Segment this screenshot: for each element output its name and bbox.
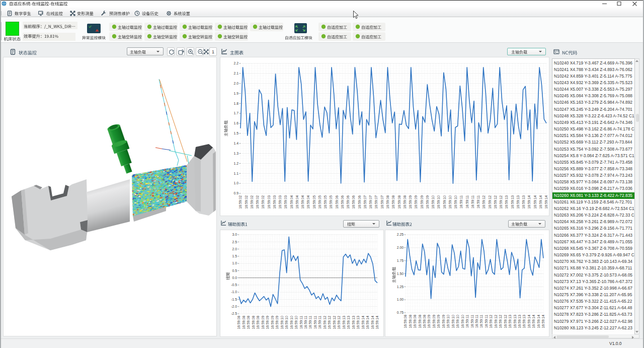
svg-text:-2.0: -2.0	[231, 305, 237, 308]
svg-text:16:59:06: 16:59:06	[335, 195, 339, 209]
svg-text:1.5: 1.5	[234, 131, 239, 135]
svg-text:16:59:13: 16:59:13	[511, 195, 514, 209]
svg-text:16:59:10: 16:59:10	[290, 316, 293, 329]
svg-text:16:59:06: 16:59:06	[341, 195, 344, 209]
svg-text:16:59:10: 16:59:10	[443, 195, 446, 209]
svg-text:16:59:10: 16:59:10	[280, 316, 284, 329]
svg-text:16:59:08: 16:59:08	[413, 315, 417, 328]
svg-text:1.6: 1.6	[234, 121, 239, 125]
svg-text:16:59:11: 16:59:11	[304, 316, 307, 329]
svg-text:16:59:11: 16:59:11	[308, 316, 312, 329]
svg-text:2.2: 2.2	[234, 61, 239, 65]
svg-text:16:59:04: 16:59:04	[290, 195, 293, 209]
svg-text:16:59:09: 16:59:09	[271, 316, 274, 329]
svg-text:16:59:08: 16:59:08	[423, 315, 426, 328]
svg-text:16:59:09: 16:59:09	[409, 195, 412, 209]
svg-text:16:59:12: 16:59:12	[504, 315, 507, 328]
svg-text:16:59:12: 16:59:12	[323, 316, 327, 329]
svg-text:16:59:09: 16:59:09	[432, 315, 436, 328]
svg-text:0.5: 0.5	[232, 269, 237, 272]
svg-text:-0.5: -0.5	[231, 283, 237, 287]
svg-text:16:59:02: 16:59:02	[245, 195, 248, 209]
svg-text:16:59:13: 16:59:13	[508, 315, 512, 328]
svg-text:16:59:11: 16:59:11	[313, 316, 317, 329]
svg-text:16:59:04: 16:59:04	[295, 195, 299, 209]
svg-text:16:59:11: 16:59:11	[299, 316, 303, 329]
svg-text:1.50: 1.50	[397, 272, 404, 275]
svg-text:16:59:10: 16:59:10	[285, 316, 288, 329]
svg-text:16:59:10: 16:59:10	[294, 316, 298, 329]
svg-text:16:59:03: 16:59:03	[273, 195, 276, 209]
svg-text:16:59:11: 16:59:11	[470, 315, 474, 328]
svg-text:1.9: 1.9	[234, 92, 239, 95]
svg-text:16:59:07: 16:59:07	[369, 195, 372, 209]
svg-text:1.2: 1.2	[234, 162, 239, 165]
svg-text:16:59:07: 16:59:07	[363, 195, 367, 209]
svg-text:16:59:02: 16:59:02	[261, 195, 265, 209]
svg-text:16:59:14: 16:59:14	[539, 195, 542, 209]
svg-text:16:59:13: 16:59:13	[347, 316, 350, 329]
svg-text:16:59:12: 16:59:12	[499, 195, 503, 209]
svg-text:16:59:08: 16:59:08	[256, 316, 260, 329]
svg-text:16:59:09: 16:59:09	[427, 315, 431, 328]
svg-text:16:59:07: 16:59:07	[380, 195, 384, 209]
svg-text:16:59:08: 16:59:08	[252, 316, 255, 329]
svg-text:16:59:12: 16:59:12	[489, 315, 493, 328]
svg-text:16:59:09: 16:59:09	[261, 316, 265, 329]
svg-text:16:59:08: 16:59:08	[409, 315, 412, 328]
svg-text:16:59:14: 16:59:14	[544, 195, 548, 209]
svg-text:16:59:06: 16:59:06	[346, 195, 350, 209]
svg-text:16:59:13: 16:59:13	[342, 316, 346, 329]
svg-text:1.25: 1.25	[397, 285, 404, 289]
svg-text:16:59:14: 16:59:14	[541, 315, 545, 328]
svg-text:16:59:14: 16:59:14	[375, 316, 379, 329]
svg-text:16:59:05: 16:59:05	[312, 195, 316, 209]
svg-text:16:59:10: 16:59:10	[431, 195, 435, 209]
svg-text:16:59:13: 16:59:13	[522, 315, 526, 328]
svg-text:16:59:08: 16:59:08	[242, 316, 246, 329]
svg-text:16:59:02: 16:59:02	[250, 195, 254, 209]
svg-text:2.0: 2.0	[234, 82, 239, 85]
svg-text:16:59:10: 16:59:10	[456, 315, 459, 328]
svg-text:16:59:14: 16:59:14	[361, 316, 365, 329]
svg-text:16:59:08: 16:59:08	[391, 195, 395, 209]
svg-text:1.1: 1.1	[234, 172, 239, 175]
svg-text:16:59:12: 16:59:12	[494, 315, 498, 328]
svg-text:2.5: 2.5	[232, 240, 237, 244]
svg-text:16:59:09: 16:59:09	[275, 316, 279, 329]
svg-text:16:59:06: 16:59:06	[352, 195, 355, 209]
svg-text:2.25: 2.25	[397, 233, 404, 236]
svg-text:16:59:09: 16:59:09	[414, 195, 418, 209]
svg-text:16:59:12: 16:59:12	[488, 195, 492, 209]
svg-text:0.0: 0.0	[232, 276, 237, 280]
svg-text:2.00: 2.00	[397, 246, 404, 249]
svg-text:1.5: 1.5	[232, 254, 237, 258]
svg-text:3.0: 3.0	[232, 233, 237, 236]
svg-text:16:59:12: 16:59:12	[494, 195, 497, 209]
svg-text:16:59:11: 16:59:11	[465, 315, 469, 328]
svg-text:16:59:04: 16:59:04	[301, 195, 304, 209]
svg-text:1.3: 1.3	[234, 152, 239, 155]
svg-text:-1.5: -1.5	[231, 298, 237, 301]
svg-text:16:59:11: 16:59:11	[485, 315, 488, 328]
svg-text:16:59:14: 16:59:14	[527, 195, 531, 209]
svg-text:16:59:13: 16:59:13	[518, 315, 521, 328]
svg-text:16:59:08: 16:59:08	[237, 316, 240, 329]
svg-text:16:59:05: 16:59:05	[318, 195, 321, 209]
svg-text:16:59:12: 16:59:12	[482, 195, 486, 209]
svg-text:16:59:14: 16:59:14	[366, 316, 369, 329]
svg-text:16:59:08: 16:59:08	[404, 315, 407, 328]
svg-text:16:59:12: 16:59:12	[333, 316, 336, 329]
svg-text:16:59:02: 16:59:02	[238, 195, 242, 209]
svg-text:16:59:14: 16:59:14	[533, 195, 537, 209]
svg-text:16:59:11: 16:59:11	[471, 195, 474, 208]
svg-text:16:59:03: 16:59:03	[267, 195, 271, 209]
svg-text:16:59:09: 16:59:09	[426, 195, 429, 209]
svg-text:16:59:05: 16:59:05	[329, 195, 333, 209]
svg-text:16:59:02: 16:59:02	[256, 195, 259, 209]
svg-text:16:59:13: 16:59:13	[356, 316, 360, 329]
svg-text:16:59:13: 16:59:13	[505, 195, 508, 209]
svg-text:16:59:03: 16:59:03	[278, 195, 282, 209]
svg-text:16:59:10: 16:59:10	[448, 195, 452, 209]
svg-text:-1.0: -1.0	[231, 290, 237, 294]
